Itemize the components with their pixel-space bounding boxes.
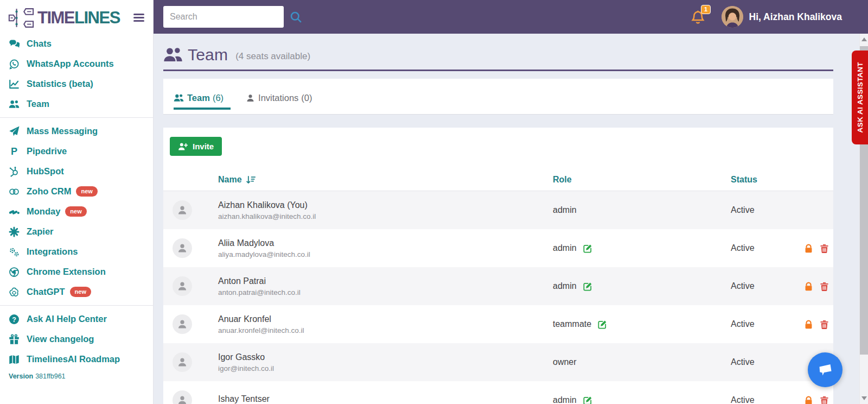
member-avatar [173, 314, 192, 334]
notification-badge: 1 [701, 5, 710, 14]
table-row: Anton Patrai anton.patrai@initech.co.il … [163, 267, 833, 305]
row-actions [803, 319, 829, 330]
member-email: aliya.madylova@initech.co.il [218, 250, 553, 258]
scroll-up-arrow-icon[interactable] [861, 37, 867, 41]
member-role: admin [553, 205, 577, 215]
whatsapp-icon [9, 59, 20, 70]
paper-plane-icon [9, 126, 20, 137]
new-badge: new [70, 287, 91, 296]
member-role: admin [553, 281, 577, 291]
sidebar-item-monday[interactable]: Monday new [0, 201, 153, 222]
zoho-icon [9, 186, 20, 197]
delete-icon[interactable] [819, 395, 829, 404]
sidebar-divider [0, 305, 153, 306]
table-header: Name Role Status [163, 168, 833, 191]
member-status: Active [731, 357, 801, 367]
member-avatar [173, 200, 192, 220]
user-avatar[interactable] [722, 6, 743, 28]
delete-icon[interactable] [819, 319, 829, 330]
avatar-photo [722, 6, 743, 28]
top-bar: 1 Hi, Aizhan Khalikova [154, 0, 868, 34]
table-rows: Aizhan Khalikova (You) aizhan.khalikova@… [163, 191, 833, 404]
member-role: admin [553, 243, 577, 253]
chrome-icon [9, 267, 20, 277]
edit-role-icon[interactable] [597, 319, 608, 330]
tab-bar: Team (6) Invitations (0) [163, 79, 833, 115]
lock-icon[interactable] [803, 319, 814, 330]
table-row: Aliia Madylova aliya.madylova@initech.co… [163, 229, 833, 267]
member-avatar [173, 276, 192, 296]
sidebar-item-chats[interactable]: Chats [0, 34, 153, 54]
sidebar-item-integrations[interactable]: Integrations [0, 242, 153, 262]
edit-role-icon[interactable] [583, 243, 593, 254]
sidebar-item-mass-messaging[interactable]: Mass Messaging [0, 121, 153, 141]
sidebar-item-whatsapp-accounts[interactable]: WhatsApp Accounts [0, 54, 153, 74]
column-header-name[interactable]: Name [218, 175, 553, 185]
brand-wordmark: TIMELINES [37, 9, 120, 26]
member-avatar [173, 390, 192, 404]
sort-icon [246, 175, 256, 185]
team-page-icon [163, 45, 183, 65]
sidebar-item-zapier[interactable]: Zapier [0, 222, 153, 242]
member-email: anuar.kronfel@initech.co.il [218, 326, 553, 334]
map-icon [9, 354, 20, 365]
ask-ai-assistant-tab[interactable]: ASK AI ASSISTANT [852, 50, 868, 144]
lock-icon[interactable] [803, 395, 814, 404]
hubspot-icon [9, 166, 20, 177]
edit-role-icon[interactable] [583, 395, 593, 404]
sidebar-item-zoho-crm[interactable]: Zoho CRM new [0, 181, 153, 201]
main-content: Team (4 seats available) Team (6) Invita… [154, 34, 859, 404]
new-badge: new [65, 206, 86, 216]
sidebar-item-view-changelog[interactable]: View changelog [0, 329, 153, 349]
notifications-button[interactable]: 1 [691, 10, 705, 24]
member-avatar [173, 238, 192, 258]
member-avatar [173, 352, 192, 372]
person-icon [177, 281, 188, 292]
search-icon[interactable] [290, 11, 302, 23]
speech-bubble-icon [816, 361, 834, 378]
person-icon [177, 319, 188, 330]
team-icon [9, 99, 20, 110]
menu-toggle-icon[interactable] [133, 11, 144, 24]
sidebar-item-statistics[interactable]: Statistics (beta) [0, 74, 153, 94]
sidebar-item-team[interactable]: Team [0, 94, 153, 114]
page-title: Team [188, 46, 228, 64]
chats-icon [9, 39, 20, 49]
edit-role-icon[interactable] [583, 281, 593, 292]
sidebar-item-pipedrive[interactable]: Pipedrive [0, 141, 153, 161]
invite-button[interactable]: Invite [170, 137, 222, 156]
table-row: Ishay Tentser admin Active [163, 381, 833, 404]
sidebar-item-roadmap[interactable]: TimelinesAI Roadmap [0, 349, 153, 369]
member-name: Aizhan Khalikova (You) [218, 200, 553, 210]
delete-icon[interactable] [819, 281, 829, 292]
sidebar-item-hubspot[interactable]: HubSpot [0, 161, 153, 181]
person-icon [177, 243, 188, 254]
member-status: Active [731, 395, 801, 404]
sidebar-item-chrome-extension[interactable]: Chrome Extension [0, 262, 153, 282]
lock-icon[interactable] [803, 243, 814, 254]
lock-icon[interactable] [803, 281, 814, 292]
zapier-icon [9, 226, 20, 237]
title-divider [163, 70, 833, 71]
row-actions [803, 281, 829, 292]
sidebar-divider [0, 117, 153, 118]
scroll-down-arrow-icon[interactable] [861, 396, 867, 400]
sidebar-item-ask-ai-help-center[interactable]: Ask AI Help Center [0, 309, 153, 329]
sidebar-nav: Chats WhatsApp Accounts Statistics (beta… [0, 34, 153, 383]
table-row: Aizhan Khalikova (You) aizhan.khalikova@… [163, 191, 833, 229]
team-tab-icon [174, 93, 184, 103]
chat-widget-button[interactable] [808, 352, 843, 387]
delete-icon[interactable] [819, 243, 829, 254]
search-input[interactable] [163, 6, 284, 28]
new-badge: new [76, 186, 97, 196]
pipedrive-icon [9, 146, 20, 157]
sidebar-item-chatgpt[interactable]: ChatGPT new [0, 282, 153, 302]
member-email: anton.patrai@initech.co.il [218, 288, 553, 296]
tab-invitations[interactable]: Invitations (0) [246, 88, 319, 110]
page-header: Team (4 seats available) [154, 34, 859, 65]
member-name: Igor Gassko [218, 352, 553, 362]
tab-team[interactable]: Team (6) [174, 88, 231, 110]
chatgpt-icon [9, 287, 20, 298]
sidebar: TIMELINES Chats WhatsApp Accounts Statis… [0, 0, 154, 404]
user-greeting: Hi, Aizhan Khalikova [749, 11, 842, 23]
